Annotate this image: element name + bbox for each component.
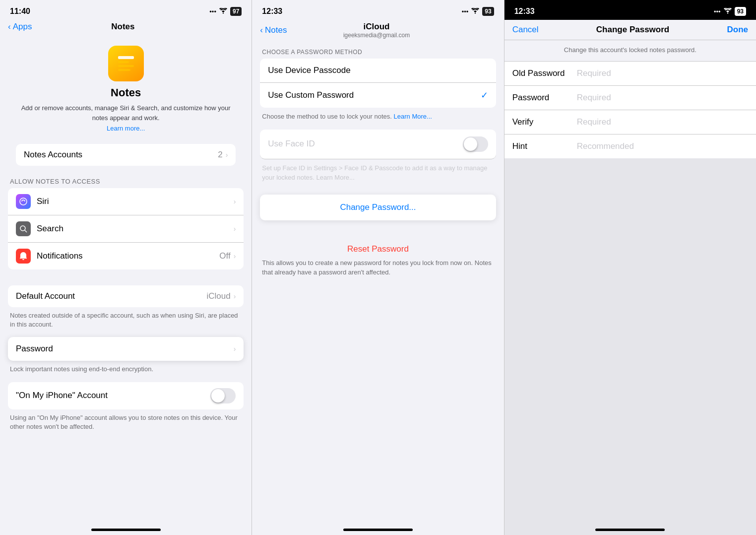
notes-accounts-label: Notes Accounts bbox=[24, 150, 218, 160]
face-id-label: Use Face ID bbox=[268, 139, 462, 149]
notes-accounts-setting[interactable]: Notes Accounts 2 › bbox=[16, 144, 236, 166]
panel-notes-settings: 11:40 ••• 97 ‹ Apps Notes Notes Add bbox=[0, 0, 252, 535]
face-id-toggle bbox=[463, 136, 488, 152]
search-icon bbox=[16, 221, 31, 236]
svg-line-2 bbox=[25, 230, 27, 232]
change-password-button[interactable]: Change Password... bbox=[260, 195, 496, 220]
notes-app-icon bbox=[108, 46, 144, 81]
siri-row[interactable]: Siri › bbox=[8, 188, 244, 215]
p2-password-method-group: Use Device Passcode Use Custom Password … bbox=[260, 59, 496, 108]
face-id-learn-more: Learn More... bbox=[316, 174, 354, 181]
password-row[interactable]: Password › bbox=[8, 337, 244, 361]
hint-input[interactable]: Recommended bbox=[577, 141, 748, 151]
password-field-label: Password bbox=[512, 93, 577, 103]
helper-text-start: Choose the method to use to lock your no… bbox=[262, 113, 392, 120]
back-arrow-icon-p2: ‹ bbox=[260, 25, 263, 35]
verify-field[interactable]: Verify Required bbox=[504, 110, 756, 134]
checkmark-icon: ✓ bbox=[481, 90, 488, 101]
use-device-passcode-label: Use Device Passcode bbox=[268, 66, 488, 75]
panel-change-password: 12:33 ••• 93 Cancel Change Password Done… bbox=[504, 0, 756, 535]
use-device-passcode-row[interactable]: Use Device Passcode bbox=[260, 59, 496, 83]
face-id-row: Use Face ID bbox=[260, 130, 496, 159]
home-indicator-p3 bbox=[595, 529, 665, 531]
verify-input[interactable]: Required bbox=[577, 117, 748, 127]
notifications-value: Off bbox=[219, 251, 230, 261]
search-row[interactable]: Search › bbox=[8, 215, 244, 243]
nav-bar-p2: ‹ Notes iCloud igeeksmedia@gmail.com bbox=[252, 20, 504, 41]
allow-section: ALLOW NOTES TO ACCESS Siri › Search › bbox=[0, 178, 252, 269]
svg-point-1 bbox=[20, 226, 25, 231]
use-custom-password-row[interactable]: Use Custom Password ✓ bbox=[260, 83, 496, 108]
verify-label: Verify bbox=[512, 117, 577, 127]
status-icons-p2: ••• 93 bbox=[462, 7, 494, 16]
done-button[interactable]: Done bbox=[727, 25, 748, 35]
back-label-p2[interactable]: Notes bbox=[265, 25, 287, 35]
learn-more-link-p1[interactable]: Learn more... bbox=[107, 125, 145, 132]
siri-icon bbox=[16, 194, 31, 209]
reset-password-title[interactable]: Reset Password bbox=[252, 236, 504, 258]
signal-icon-p2: ••• bbox=[462, 8, 469, 15]
status-bar-panel1: 11:40 ••• 97 bbox=[0, 0, 252, 20]
password-desc: Lock important notes using end-to-end en… bbox=[0, 361, 252, 374]
notes-accounts-group: Notes Accounts 2 › bbox=[8, 144, 244, 166]
app-icon-area: Notes Add or remove accounts, manage Sir… bbox=[0, 36, 252, 140]
back-label-p1[interactable]: Apps bbox=[13, 22, 32, 32]
helper-link[interactable]: Learn More... bbox=[394, 113, 432, 120]
app-name-label: Notes bbox=[111, 86, 141, 99]
reset-password-desc: This allows you to create a new password… bbox=[252, 258, 504, 277]
notifications-row[interactable]: Notifications Off › bbox=[8, 243, 244, 269]
gray-bg-area bbox=[504, 158, 756, 525]
status-bar-p2: 12:33 ••• 93 bbox=[252, 0, 504, 20]
allow-access-group: Siri › Search › Notifications Off › bbox=[8, 188, 244, 269]
chevron-icon-search: › bbox=[234, 225, 236, 233]
wifi-icon-p3 bbox=[724, 8, 732, 15]
home-indicator-p1 bbox=[91, 529, 161, 531]
hint-label: Hint bbox=[512, 141, 577, 151]
chevron-icon-accounts: › bbox=[226, 151, 228, 159]
p2-subtitle: igeeksmedia@gmail.com bbox=[343, 32, 410, 39]
p2-choose-section-label: CHOOSE A PASSWORD METHOD bbox=[252, 41, 504, 59]
face-id-toggle-knob bbox=[464, 137, 477, 151]
on-my-iphone-desc: Using an "On My iPhone" account allows y… bbox=[0, 409, 252, 431]
default-account-label: Default Account bbox=[16, 291, 206, 301]
password-input[interactable]: Required bbox=[577, 93, 748, 103]
allow-section-header: ALLOW NOTES TO ACCESS bbox=[0, 178, 252, 188]
nav-bar-p3: Cancel Change Password Done bbox=[504, 20, 756, 40]
use-custom-password-label: Use Custom Password bbox=[268, 90, 480, 100]
svg-point-0 bbox=[20, 198, 27, 205]
notifications-icon bbox=[16, 249, 31, 264]
notes-accounts-value: 2 bbox=[218, 150, 222, 160]
face-id-desc-text: Set up Face ID in Settings > Face ID & P… bbox=[262, 164, 487, 182]
password-label: Password bbox=[16, 344, 234, 354]
default-account-row[interactable]: Default Account iCloud › bbox=[8, 285, 244, 307]
back-button-p1[interactable]: ‹ Apps bbox=[8, 22, 32, 32]
chevron-icon-password: › bbox=[234, 345, 236, 353]
toggle-knob bbox=[211, 389, 225, 402]
old-password-input[interactable]: Required bbox=[577, 68, 748, 78]
chevron-icon-notifications: › bbox=[234, 252, 236, 260]
back-button-p2[interactable]: ‹ Notes bbox=[260, 25, 287, 35]
p2-title-area: iCloud igeeksmedia@gmail.com bbox=[343, 22, 410, 39]
page-title-p1: Notes bbox=[111, 22, 134, 32]
default-account-group: Default Account iCloud › bbox=[8, 285, 244, 307]
face-id-section: Use Face ID Set up Face ID in Settings >… bbox=[252, 126, 504, 187]
old-password-field[interactable]: Old Password Required bbox=[504, 62, 756, 86]
chevron-icon-siri: › bbox=[234, 198, 236, 205]
change-password-form: Old Password Required Password Required … bbox=[504, 62, 756, 158]
default-account-section: Default Account iCloud › Notes created o… bbox=[0, 285, 252, 329]
nav-bar-p1: ‹ Apps Notes bbox=[0, 20, 252, 36]
change-password-label: Change Password... bbox=[340, 202, 416, 212]
p3-subtitle-bar: Change this account's locked notes passw… bbox=[504, 40, 756, 62]
default-account-desc: Notes created outside of a specific acco… bbox=[0, 307, 252, 329]
cancel-button[interactable]: Cancel bbox=[512, 25, 539, 35]
hint-field[interactable]: Hint Recommended bbox=[504, 134, 756, 158]
on-my-iphone-toggle[interactable] bbox=[210, 388, 236, 403]
password-field[interactable]: Password Required bbox=[504, 86, 756, 110]
notifications-label: Notifications bbox=[37, 251, 219, 261]
siri-label: Siri bbox=[37, 197, 234, 206]
back-arrow-icon-p1: ‹ bbox=[8, 22, 11, 32]
wifi-icon-p1 bbox=[219, 8, 227, 15]
on-my-iphone-row: "On My iPhone" Account bbox=[8, 382, 244, 409]
panel-icloud-password: 12:33 ••• 93 ‹ Notes iCloud igeeksmedia@… bbox=[252, 0, 504, 535]
face-id-desc: Set up Face ID in Settings > Face ID & P… bbox=[252, 159, 504, 187]
